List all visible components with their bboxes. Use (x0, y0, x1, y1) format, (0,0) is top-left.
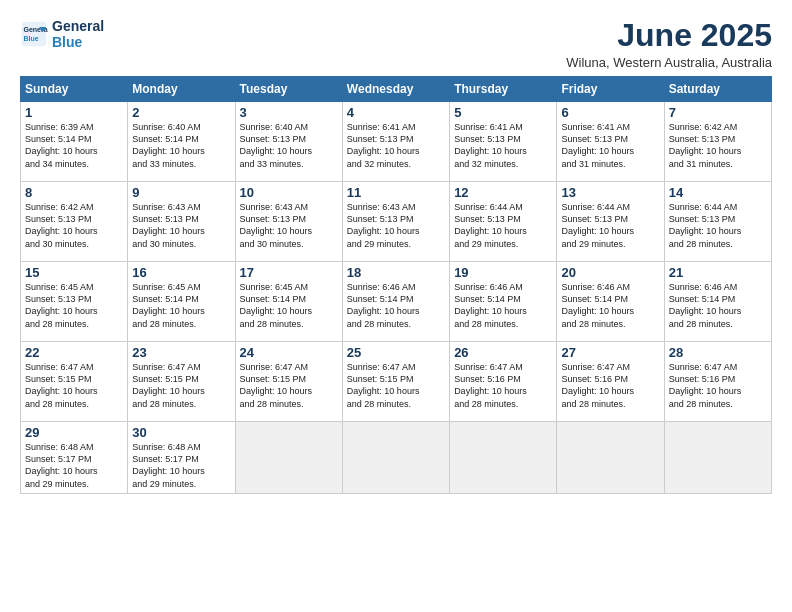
day-number: 13 (561, 185, 659, 200)
table-row: 16Sunrise: 6:45 AM Sunset: 5:14 PM Dayli… (128, 262, 235, 342)
day-number: 4 (347, 105, 445, 120)
table-row: 19Sunrise: 6:46 AM Sunset: 5:14 PM Dayli… (450, 262, 557, 342)
day-info: Sunrise: 6:46 AM Sunset: 5:14 PM Dayligh… (561, 281, 659, 330)
table-row: 11Sunrise: 6:43 AM Sunset: 5:13 PM Dayli… (342, 182, 449, 262)
day-info: Sunrise: 6:47 AM Sunset: 5:15 PM Dayligh… (25, 361, 123, 410)
day-number: 12 (454, 185, 552, 200)
day-number: 22 (25, 345, 123, 360)
table-row: 9Sunrise: 6:43 AM Sunset: 5:13 PM Daylig… (128, 182, 235, 262)
table-row: 20Sunrise: 6:46 AM Sunset: 5:14 PM Dayli… (557, 262, 664, 342)
day-number: 19 (454, 265, 552, 280)
table-row: 26Sunrise: 6:47 AM Sunset: 5:16 PM Dayli… (450, 342, 557, 422)
day-info: Sunrise: 6:43 AM Sunset: 5:13 PM Dayligh… (347, 201, 445, 250)
table-row: 14Sunrise: 6:44 AM Sunset: 5:13 PM Dayli… (664, 182, 771, 262)
day-number: 15 (25, 265, 123, 280)
day-info: Sunrise: 6:46 AM Sunset: 5:14 PM Dayligh… (669, 281, 767, 330)
day-info: Sunrise: 6:41 AM Sunset: 5:13 PM Dayligh… (454, 121, 552, 170)
day-number: 14 (669, 185, 767, 200)
day-info: Sunrise: 6:47 AM Sunset: 5:16 PM Dayligh… (454, 361, 552, 410)
day-number: 7 (669, 105, 767, 120)
table-row: 5Sunrise: 6:41 AM Sunset: 5:13 PM Daylig… (450, 102, 557, 182)
calendar-header-row: Sunday Monday Tuesday Wednesday Thursday… (21, 77, 772, 102)
day-number: 5 (454, 105, 552, 120)
table-row: 22Sunrise: 6:47 AM Sunset: 5:15 PM Dayli… (21, 342, 128, 422)
day-info: Sunrise: 6:40 AM Sunset: 5:13 PM Dayligh… (240, 121, 338, 170)
table-row: 29Sunrise: 6:48 AM Sunset: 5:17 PM Dayli… (21, 422, 128, 494)
table-row: 4Sunrise: 6:41 AM Sunset: 5:13 PM Daylig… (342, 102, 449, 182)
day-number: 8 (25, 185, 123, 200)
day-info: Sunrise: 6:41 AM Sunset: 5:13 PM Dayligh… (561, 121, 659, 170)
title-block: June 2025 Wiluna, Western Australia, Aus… (566, 18, 772, 70)
col-wednesday: Wednesday (342, 77, 449, 102)
table-row (664, 422, 771, 494)
calendar: Sunday Monday Tuesday Wednesday Thursday… (20, 76, 772, 494)
day-info: Sunrise: 6:47 AM Sunset: 5:16 PM Dayligh… (561, 361, 659, 410)
col-saturday: Saturday (664, 77, 771, 102)
day-info: Sunrise: 6:44 AM Sunset: 5:13 PM Dayligh… (669, 201, 767, 250)
col-sunday: Sunday (21, 77, 128, 102)
table-row: 8Sunrise: 6:42 AM Sunset: 5:13 PM Daylig… (21, 182, 128, 262)
table-row: 21Sunrise: 6:46 AM Sunset: 5:14 PM Dayli… (664, 262, 771, 342)
table-row: 25Sunrise: 6:47 AM Sunset: 5:15 PM Dayli… (342, 342, 449, 422)
subtitle: Wiluna, Western Australia, Australia (566, 55, 772, 70)
table-row: 6Sunrise: 6:41 AM Sunset: 5:13 PM Daylig… (557, 102, 664, 182)
table-row: 13Sunrise: 6:44 AM Sunset: 5:13 PM Dayli… (557, 182, 664, 262)
day-info: Sunrise: 6:45 AM Sunset: 5:14 PM Dayligh… (132, 281, 230, 330)
day-number: 30 (132, 425, 230, 440)
day-info: Sunrise: 6:46 AM Sunset: 5:14 PM Dayligh… (347, 281, 445, 330)
day-info: Sunrise: 6:43 AM Sunset: 5:13 PM Dayligh… (240, 201, 338, 250)
table-row (557, 422, 664, 494)
day-info: Sunrise: 6:45 AM Sunset: 5:14 PM Dayligh… (240, 281, 338, 330)
day-info: Sunrise: 6:40 AM Sunset: 5:14 PM Dayligh… (132, 121, 230, 170)
day-number: 29 (25, 425, 123, 440)
day-number: 27 (561, 345, 659, 360)
table-row: 3Sunrise: 6:40 AM Sunset: 5:13 PM Daylig… (235, 102, 342, 182)
table-row: 7Sunrise: 6:42 AM Sunset: 5:13 PM Daylig… (664, 102, 771, 182)
day-info: Sunrise: 6:47 AM Sunset: 5:15 PM Dayligh… (347, 361, 445, 410)
day-number: 23 (132, 345, 230, 360)
day-number: 17 (240, 265, 338, 280)
col-monday: Monday (128, 77, 235, 102)
day-number: 28 (669, 345, 767, 360)
table-row: 1Sunrise: 6:39 AM Sunset: 5:14 PM Daylig… (21, 102, 128, 182)
logo-text: General Blue (52, 18, 104, 50)
day-number: 26 (454, 345, 552, 360)
day-number: 18 (347, 265, 445, 280)
day-info: Sunrise: 6:48 AM Sunset: 5:17 PM Dayligh… (25, 441, 123, 490)
day-number: 3 (240, 105, 338, 120)
table-row (450, 422, 557, 494)
day-info: Sunrise: 6:47 AM Sunset: 5:15 PM Dayligh… (240, 361, 338, 410)
col-thursday: Thursday (450, 77, 557, 102)
day-info: Sunrise: 6:47 AM Sunset: 5:16 PM Dayligh… (669, 361, 767, 410)
day-number: 16 (132, 265, 230, 280)
day-number: 1 (25, 105, 123, 120)
day-number: 21 (669, 265, 767, 280)
day-info: Sunrise: 6:44 AM Sunset: 5:13 PM Dayligh… (454, 201, 552, 250)
day-number: 9 (132, 185, 230, 200)
day-number: 11 (347, 185, 445, 200)
day-number: 10 (240, 185, 338, 200)
table-row: 27Sunrise: 6:47 AM Sunset: 5:16 PM Dayli… (557, 342, 664, 422)
month-title: June 2025 (566, 18, 772, 53)
day-number: 20 (561, 265, 659, 280)
table-row: 30Sunrise: 6:48 AM Sunset: 5:17 PM Dayli… (128, 422, 235, 494)
day-info: Sunrise: 6:45 AM Sunset: 5:13 PM Dayligh… (25, 281, 123, 330)
day-info: Sunrise: 6:44 AM Sunset: 5:13 PM Dayligh… (561, 201, 659, 250)
day-info: Sunrise: 6:47 AM Sunset: 5:15 PM Dayligh… (132, 361, 230, 410)
table-row: 15Sunrise: 6:45 AM Sunset: 5:13 PM Dayli… (21, 262, 128, 342)
col-tuesday: Tuesday (235, 77, 342, 102)
table-row (235, 422, 342, 494)
table-row: 28Sunrise: 6:47 AM Sunset: 5:16 PM Dayli… (664, 342, 771, 422)
table-row: 18Sunrise: 6:46 AM Sunset: 5:14 PM Dayli… (342, 262, 449, 342)
table-row: 24Sunrise: 6:47 AM Sunset: 5:15 PM Dayli… (235, 342, 342, 422)
header: General Blue General Blue June 2025 Wilu… (20, 18, 772, 70)
table-row: 10Sunrise: 6:43 AM Sunset: 5:13 PM Dayli… (235, 182, 342, 262)
day-number: 6 (561, 105, 659, 120)
table-row: 23Sunrise: 6:47 AM Sunset: 5:15 PM Dayli… (128, 342, 235, 422)
day-info: Sunrise: 6:41 AM Sunset: 5:13 PM Dayligh… (347, 121, 445, 170)
day-number: 24 (240, 345, 338, 360)
day-info: Sunrise: 6:43 AM Sunset: 5:13 PM Dayligh… (132, 201, 230, 250)
day-info: Sunrise: 6:39 AM Sunset: 5:14 PM Dayligh… (25, 121, 123, 170)
day-info: Sunrise: 6:42 AM Sunset: 5:13 PM Dayligh… (25, 201, 123, 250)
col-friday: Friday (557, 77, 664, 102)
